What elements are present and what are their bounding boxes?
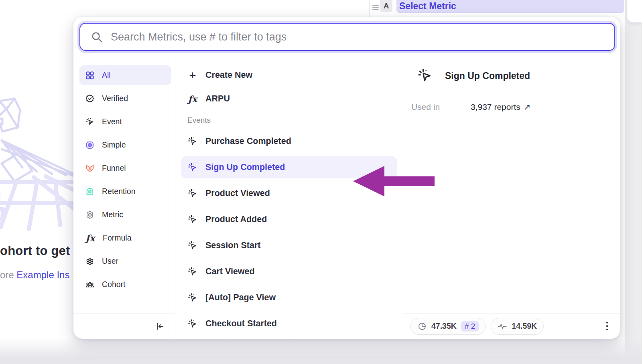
- sidebar-item-label: Metric: [102, 210, 123, 219]
- retention-icon: [85, 187, 95, 196]
- metric-hexagon-icon: [85, 210, 95, 220]
- event-cursor-icon: [417, 68, 433, 84]
- select-metric-label: Select Metric: [396, 1, 456, 12]
- event-cursor-icon: [85, 117, 95, 127]
- metric-type-sidebar: All Verified Event: [73, 56, 175, 339]
- activity-pulse-icon: [498, 322, 507, 331]
- event-list-item-label: Cart Viewed: [205, 267, 255, 277]
- secondary-count-value: 14.59K: [512, 322, 537, 331]
- sidebar-item-label: Verified: [102, 94, 128, 103]
- background-headline-fragment: ohort to get s: [0, 244, 81, 258]
- event-cursor-icon: [187, 293, 198, 303]
- sidebar-item-label: User: [102, 257, 118, 266]
- reports-link-text: 3,937 reports: [471, 102, 520, 112]
- panel-divider: [369, 0, 370, 17]
- annotation-arrow: [352, 165, 435, 198]
- metric-block-header: A Select Metric: [0, 0, 625, 17]
- grid-icon: [85, 71, 95, 80]
- sidebar-item-metric[interactable]: Metric: [79, 205, 171, 224]
- page-right-gutter: [625, 0, 642, 364]
- event-list-item-label: Session Start: [205, 241, 260, 251]
- metric-block-letter-badge: A: [380, 0, 392, 12]
- sidebar-item-verified[interactable]: Verified: [79, 89, 171, 108]
- event-cursor-icon: [187, 319, 198, 329]
- page-bottom-fade: [0, 338, 642, 364]
- sidebar-item-all[interactable]: All: [79, 65, 171, 85]
- sidebar-item-formula[interactable]: ƒx Formula: [79, 228, 171, 248]
- event-list-item[interactable]: Product Added: [181, 208, 397, 231]
- events-list: Purchase Completed Sign Up Completed: [181, 130, 397, 335]
- create-new-button[interactable]: + Create New: [181, 65, 397, 85]
- metric-detail-panel: Sign Up Completed Used in 3,937 reports …: [403, 56, 620, 339]
- event-list-item-label: Product Added: [205, 214, 267, 224]
- formula-fx-icon: ƒx: [85, 233, 95, 243]
- event-cursor-icon: [187, 241, 198, 251]
- event-cursor-icon: [187, 267, 198, 277]
- formula-item-arpu[interactable]: ƒx ARPU: [181, 89, 397, 109]
- select-metric-field[interactable]: Select Metric: [396, 0, 624, 13]
- sidebar-item-retention[interactable]: Retention: [79, 182, 171, 201]
- drag-handle-icon[interactable]: [372, 5, 379, 11]
- event-list-item-label: Checkout Started: [205, 319, 277, 329]
- total-count-value: 47.35K: [431, 322, 457, 331]
- used-in-label: Used in: [411, 102, 471, 112]
- collapse-sidebar-icon[interactable]: [152, 320, 166, 333]
- pie-chart-icon: [417, 322, 427, 331]
- event-list-item[interactable]: Session Start: [181, 235, 397, 257]
- search-icon: [91, 31, 103, 43]
- background-link-line: ore Example Ins: [0, 269, 69, 281]
- event-cursor-icon: [187, 214, 198, 225]
- sidebar-item-label: Event: [102, 117, 122, 126]
- sidebar-item-label: Retention: [102, 187, 135, 196]
- sidebar-item-cohort[interactable]: Cohort: [79, 275, 171, 294]
- detail-header: Sign Up Completed: [403, 68, 620, 84]
- sidebar-item-label: Formula: [103, 233, 132, 243]
- event-list-item[interactable]: Checkout Started: [181, 313, 397, 335]
- event-list-item-label: Product Viewed: [205, 188, 270, 198]
- sidebar-footer: [73, 313, 175, 339]
- event-cursor-icon: [187, 188, 198, 199]
- detail-footer: 47.35K # 2 14.59K: [403, 313, 620, 339]
- rank-badge: # 2: [461, 321, 479, 332]
- sidebar-item-label: Funnel: [102, 164, 126, 173]
- event-list-item[interactable]: Cart Viewed: [181, 261, 397, 283]
- sidebar-item-funnel[interactable]: Funnel: [79, 158, 171, 178]
- decorative-wireframe-illustration: [0, 89, 81, 261]
- sidebar-item-simple[interactable]: Simple: [79, 135, 171, 155]
- sidebar-item-user[interactable]: User: [79, 251, 171, 271]
- formula-item-label: ARPU: [205, 94, 230, 104]
- metric-picker-dialog: All Verified Event: [73, 17, 620, 339]
- funnel-icon: [85, 164, 95, 173]
- usage-row: Used in 3,937 reports ↗: [403, 102, 620, 112]
- cohort-people-icon: [85, 280, 95, 289]
- external-link-arrow-icon: ↗: [524, 102, 531, 112]
- example-insights-link[interactable]: Example Ins: [16, 269, 69, 280]
- event-list-item-label: [Auto] Page View: [205, 293, 276, 303]
- event-list-item-label: Purchase Completed: [205, 136, 291, 146]
- background-link-prefix: ore: [0, 269, 16, 280]
- plus-icon: +: [187, 71, 198, 80]
- dialog-content: All Verified Event: [73, 56, 620, 339]
- create-new-label: Create New: [205, 70, 252, 80]
- more-options-kebab-icon[interactable]: [603, 319, 612, 334]
- formula-fx-icon: ƒx: [187, 94, 198, 104]
- reports-link[interactable]: 3,937 reports ↗: [471, 102, 530, 112]
- sidebar-item-event[interactable]: Event: [79, 112, 171, 131]
- secondary-count-chip[interactable]: 14.59K: [491, 318, 544, 335]
- user-cluster-icon: [85, 257, 95, 266]
- verified-badge-icon: [85, 94, 95, 103]
- event-list-item[interactable]: Purchase Completed: [181, 130, 397, 152]
- search-input[interactable]: [111, 31, 604, 43]
- sidebar-item-label: All: [102, 71, 111, 80]
- event-cursor-icon: [187, 162, 198, 173]
- sidebar-item-label: Simple: [102, 140, 126, 150]
- simple-metric-icon: [85, 140, 95, 150]
- total-count-chip[interactable]: 47.35K # 2: [410, 318, 486, 335]
- event-cursor-icon: [187, 136, 198, 147]
- detail-title: Sign Up Completed: [445, 71, 530, 81]
- event-list-item-label: Sign Up Completed: [205, 162, 285, 172]
- metric-search-bar[interactable]: [79, 23, 615, 51]
- event-list-item[interactable]: [Auto] Page View: [181, 287, 397, 309]
- sidebar-item-label: Cohort: [102, 280, 126, 289]
- events-section-label: Events: [187, 116, 397, 125]
